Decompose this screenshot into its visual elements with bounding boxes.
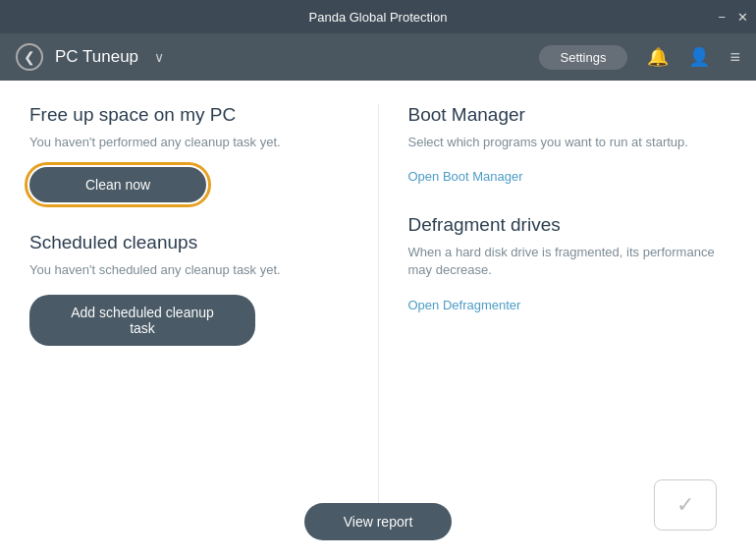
bottom-bar: View report ✓ [0,503,756,540]
free-space-desc: You haven't performed any cleanup task y… [29,134,349,151]
titlebar-controls: − ✕ [718,10,748,25]
checkmark-box: ✓ [654,479,717,531]
defragment-desc: When a hard disk drive is fragmented, it… [408,244,728,279]
free-space-section: Free up space on my PC You haven't perfo… [29,104,349,202]
back-button[interactable]: ❮ [16,43,43,71]
chevron-down-icon[interactable]: ∨ [154,49,164,65]
titlebar: Panda Global Protection − ✕ [0,0,756,33]
boot-manager-desc: Select which programs you want to run at… [408,134,728,151]
bell-icon[interactable]: 🔔 [647,46,669,68]
clean-now-button[interactable]: Clean now [29,167,206,202]
close-button[interactable]: ✕ [737,10,748,25]
user-icon[interactable]: 👤 [688,46,710,68]
open-defragmenter-link[interactable]: Open Defragmenter [408,298,521,312]
navbar: ❮ PC Tuneup ∨ Settings 🔔 👤 ≡ [0,33,756,81]
right-panel: Boot Manager Select which programs you w… [378,104,728,540]
scheduled-cleanups-desc: You haven't scheduled any cleanup task y… [29,261,349,279]
free-space-title: Free up space on my PC [29,104,349,126]
defragment-section: Defragment drives When a hard disk drive… [408,214,728,312]
app-title: Panda Global Protection [309,10,448,25]
menu-icon[interactable]: ≡ [729,47,740,68]
settings-button[interactable]: Settings [539,45,628,70]
back-icon: ❮ [24,49,35,65]
main-content: Free up space on my PC You haven't perfo… [0,81,756,560]
scheduled-cleanups-section: Scheduled cleanups You haven't scheduled… [29,232,349,346]
defragment-title: Defragment drives [408,214,728,236]
view-report-button[interactable]: View report [304,503,453,540]
open-boot-manager-link[interactable]: Open Boot Manager [408,169,523,184]
left-panel: Free up space on my PC You haven't perfo… [29,104,378,540]
checkmark-icon: ✓ [676,492,694,518]
add-scheduled-task-button[interactable]: Add scheduled cleanup task [29,295,255,346]
boot-manager-title: Boot Manager [408,104,728,126]
boot-manager-section: Boot Manager Select which programs you w… [408,104,728,185]
scheduled-cleanups-title: Scheduled cleanups [29,232,349,253]
minimize-button[interactable]: − [718,10,726,25]
nav-title: PC Tuneup [55,47,138,67]
